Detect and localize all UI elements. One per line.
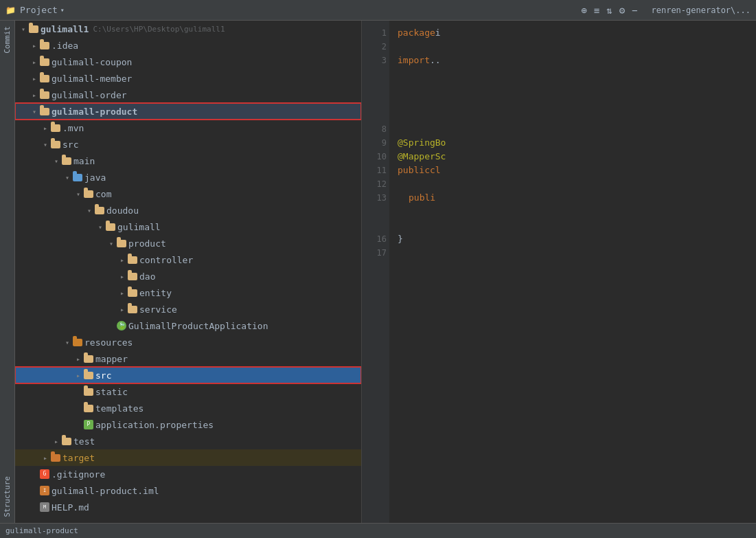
arrow-gulimall-pkg [95, 221, 106, 232]
tree-item-product[interactable]: gulimall-product [15, 103, 361, 120]
spring-icon-application: 🍃 [117, 321, 126, 330]
item-label-iml: gulimall-product.iml [51, 486, 159, 496]
tree-item-java[interactable]: java [15, 169, 361, 186]
tree-item-controller[interactable]: controller [15, 251, 361, 268]
tree-view[interactable]: gulimall1 C:\Users\HP\Desktop\gulimall1 … [15, 21, 361, 523]
arrow-mapper [73, 353, 84, 364]
code-line-empty-2 [398, 81, 748, 95]
arrow-static [73, 386, 84, 397]
tree-item-gulimall1[interactable]: gulimall1 C:\Users\HP\Desktop\gulimall1 [15, 21, 361, 37]
tree-item-static[interactable]: static [15, 383, 361, 400]
top-bar-dropdown-arrow[interactable]: ▾ [60, 6, 65, 14]
arrow-src-resources [73, 370, 84, 381]
item-label-java: java [84, 172, 106, 183]
tree-item-resources[interactable]: resources [15, 334, 361, 350]
tree-item-coupon[interactable]: gulimall-coupon [15, 54, 361, 70]
folder-icon-product [40, 108, 49, 115]
arrow-coupon [29, 56, 40, 67]
tree-item-helpmd[interactable]: M HELP.md [15, 499, 361, 515]
tree-item-product-pkg[interactable]: product [15, 235, 361, 251]
tree-item-mapper[interactable]: mapper [15, 350, 361, 367]
tree-item-doudou[interactable]: doudou [15, 202, 361, 218]
tree-item-dao[interactable]: dao [15, 268, 361, 284]
arrow-gulimall1 [18, 23, 29, 34]
code-line-8 [398, 122, 748, 136]
arrow-member [29, 73, 40, 84]
item-label-controller: controller [139, 255, 193, 265]
tree-item-app-properties[interactable]: P application.properties [15, 416, 361, 433]
minimize-icon[interactable]: − [632, 5, 637, 16]
item-label-target: target [62, 453, 95, 463]
arrow-gitignore [29, 469, 40, 480]
item-label-resources: resources [84, 337, 133, 348]
item-label-static: static [95, 387, 128, 397]
properties-icon: P [84, 420, 93, 429]
tree-item-gitignore[interactable]: G .gitignore [15, 466, 361, 482]
tree-item-member[interactable]: gulimall-member [15, 70, 361, 87]
settings-icon[interactable]: ⚙ [619, 5, 625, 16]
left-sidebar-tabs: Commit Structure [0, 21, 15, 523]
tree-item-templates[interactable]: templates [15, 400, 361, 416]
tree-item-idea[interactable]: .idea [15, 37, 361, 54]
item-label-mapper: mapper [95, 354, 128, 364]
code-line-10: @MapperSc [398, 150, 748, 164]
tree-item-application[interactable]: 🍃 GulimallProductApplication [15, 317, 361, 334]
editor-panel: 1 2 3 8 9 10 11 12 13 16 17 [362, 21, 756, 523]
arrow-controller [117, 254, 128, 265]
tree-item-target[interactable]: target [15, 449, 361, 466]
folder-icon-static [84, 388, 93, 396]
code-line-13: publi [398, 191, 748, 205]
arrow-test [51, 436, 62, 447]
tree-item-src-resources[interactable]: src 把这个文件先删除 [15, 367, 361, 383]
top-bar-controls: ⊕ ≡ ⇅ ⚙ − [581, 5, 637, 16]
top-bar-title: Project [20, 5, 58, 15]
tree-item-entity[interactable]: entity [15, 284, 361, 301]
git-icon: G [40, 469, 49, 479]
item-label-src-resources: src [95, 370, 111, 381]
folder-icon-java [73, 174, 82, 181]
arrow-product [29, 106, 40, 117]
tree-item-main[interactable]: main [15, 153, 361, 169]
folder-icon-gulimall1 [29, 25, 38, 33]
folder-icon-controller [128, 256, 137, 264]
tree-item-mvn[interactable]: .mvn [15, 120, 361, 136]
tree-item-test[interactable]: test [15, 433, 361, 449]
code-line-3: import .. [398, 54, 748, 67]
tree-item-order[interactable]: gulimall-order [15, 87, 361, 103]
item-label-product-pkg: product [128, 238, 166, 249]
arrow-templates [73, 403, 84, 414]
folder-icon-main [62, 157, 71, 165]
arrow-idea [29, 40, 40, 51]
folder-icon-com [84, 190, 93, 198]
status-text: gulimall-product [5, 526, 78, 535]
expand-icon[interactable]: ⇅ [606, 5, 612, 16]
commit-tab[interactable]: Commit [1, 21, 13, 59]
folder-icon-order [40, 91, 49, 99]
item-label-src-main: src [62, 139, 78, 150]
code-line-empty-4 [398, 109, 748, 122]
code-line-1: package i [398, 26, 748, 40]
folder-icon-doudou [95, 207, 104, 214]
tree-item-iml[interactable]: I gulimall-product.iml [15, 482, 361, 499]
arrow-mvn [40, 122, 51, 133]
folder-icon-dao [128, 273, 137, 280]
folder-icon-templates [84, 405, 93, 412]
tree-item-com[interactable]: com [15, 186, 361, 202]
sort-icon[interactable]: ≡ [594, 5, 599, 16]
item-label-product: gulimall-product [51, 107, 137, 117]
editor-tab-label: renren-generator\... [652, 5, 751, 15]
item-path-gulimall1: C:\Users\HP\Desktop\gulimall1 [93, 25, 225, 34]
structure-tab[interactable]: Structure [1, 471, 13, 523]
bottom-bar: gulimall-product [0, 523, 756, 538]
tree-item-gulimall-pkg[interactable]: gulimall [15, 218, 361, 235]
folder-icon-entity [128, 289, 137, 297]
add-content-icon[interactable]: ⊕ [581, 5, 586, 16]
iml-icon: I [40, 486, 49, 495]
folder-icon-src-resources [84, 372, 93, 379]
tree-item-service[interactable]: service [15, 301, 361, 317]
tree-item-src-main[interactable]: src [15, 136, 361, 153]
arrow-com [73, 188, 84, 199]
code-line-empty-5 [398, 205, 748, 218]
folder-icon-gulimall-pkg [106, 223, 115, 231]
code-line-empty-1 [398, 67, 748, 81]
